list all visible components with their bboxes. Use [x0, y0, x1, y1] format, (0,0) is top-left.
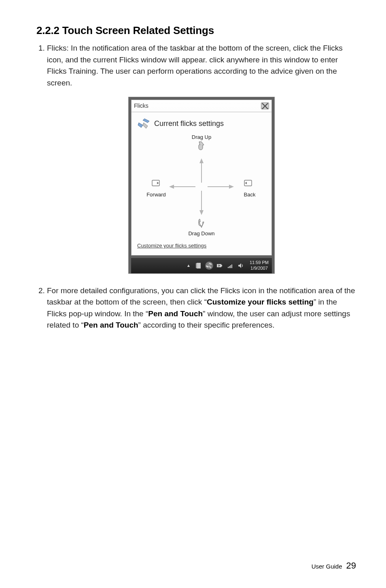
svg-rect-14: [228, 267, 229, 268]
flicks-diagram: Drag Up: [141, 134, 262, 239]
list-item: Flicks: In the notification area of the …: [47, 43, 356, 274]
flicks-app-icon: [137, 117, 150, 130]
back-label: Back: [240, 191, 260, 199]
volume-tray-icon[interactable]: [237, 262, 245, 270]
page-footer: User Guide29: [312, 560, 356, 571]
flicks-tray-icon[interactable]: [205, 262, 213, 270]
clock-time: 11:59 PM: [250, 260, 269, 265]
taskbar-clock[interactable]: 11:59 PM 1/9/2007: [250, 260, 269, 271]
window-title: Flicks: [134, 102, 148, 110]
back-icon: [243, 178, 254, 189]
bold-term: Pen and Touch: [84, 321, 138, 329]
power-tray-icon[interactable]: [216, 262, 224, 270]
svg-rect-10: [197, 263, 201, 268]
forward-label: Forward: [144, 191, 168, 199]
svg-rect-13: [221, 265, 222, 266]
svg-marker-5: [169, 185, 174, 189]
document-page: 2.2.2 Touch Screen Related Settings Flic…: [0, 0, 386, 588]
flicks-header-row: Current flicks settings: [137, 117, 266, 130]
instruction-list: Flicks: In the notification area of the …: [36, 43, 356, 331]
list-item: For more detailed configurations, you ca…: [47, 285, 356, 331]
bold-term: Customize your flicks setting: [207, 298, 314, 306]
svg-rect-15: [229, 266, 230, 268]
close-icon[interactable]: [261, 102, 269, 109]
drag-down-label: Drag Down: [181, 230, 222, 238]
footer-page-number: 29: [346, 560, 356, 571]
flicks-settings-title: Current flicks settings: [154, 118, 224, 129]
customize-flicks-link[interactable]: Customize your flicks settings: [137, 242, 206, 250]
action-center-icon[interactable]: [195, 262, 203, 270]
clock-date: 1/9/2007: [250, 266, 269, 271]
list-item-text-seg: ” according to their specific preference…: [138, 321, 275, 329]
svg-marker-1: [199, 158, 204, 163]
forward-icon: [150, 178, 161, 189]
flicks-body[interactable]: Current flicks settings: [131, 112, 271, 255]
svg-marker-3: [199, 210, 204, 215]
network-tray-icon[interactable]: [226, 262, 234, 270]
bold-term: Pen and Touch: [148, 309, 203, 318]
tray-expand-icon[interactable]: ▲: [187, 262, 191, 268]
svg-rect-17: [231, 264, 232, 268]
section-heading: 2.2.2 Touch Screen Related Settings: [36, 24, 356, 37]
drag-up-icon: [196, 141, 207, 152]
drag-up-label: Drag Up: [185, 133, 218, 141]
svg-rect-16: [230, 265, 231, 268]
footer-label: User Guide: [312, 563, 342, 570]
svg-marker-7: [229, 185, 234, 189]
flicks-window[interactable]: Flicks: [131, 100, 272, 256]
taskbar: ▲: [131, 258, 272, 273]
svg-rect-11: [196, 263, 197, 268]
figure-wrapper: Flicks: [47, 97, 356, 274]
flicks-titlebar[interactable]: Flicks: [131, 100, 271, 112]
list-item-text: Flicks: In the notification area of the …: [47, 44, 343, 87]
screenshot-figure: Flicks: [128, 97, 275, 274]
drag-down-icon: [196, 217, 207, 229]
